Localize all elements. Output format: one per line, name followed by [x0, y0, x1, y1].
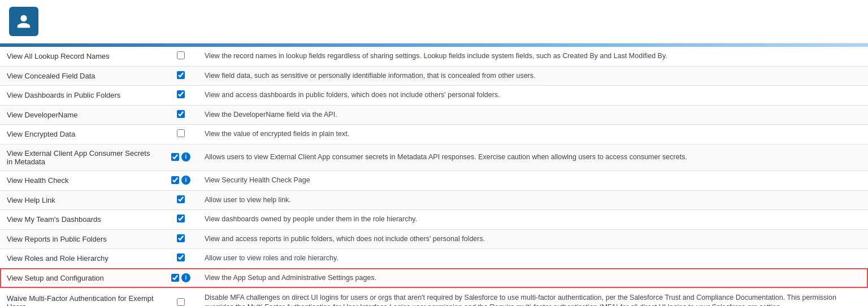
permission-checkbox[interactable] — [177, 298, 185, 306]
table-row: View DeveloperNameView the DeveloperName… — [0, 105, 868, 125]
permission-name: View My Team's Dashboards — [0, 210, 164, 230]
table-row: View External Client App Consumer Secret… — [0, 144, 868, 171]
permission-name: View Help Link — [0, 190, 164, 210]
info-button[interactable]: i — [181, 176, 190, 185]
info-button[interactable]: i — [181, 273, 190, 282]
table-row: View Dashboards in Public FoldersView an… — [0, 86, 868, 106]
permissions-table: View All Lookup Record NamesView the rec… — [0, 47, 868, 306]
permission-name: View Reports in Public Folders — [0, 229, 164, 249]
page-header — [0, 0, 868, 43]
table-row: View Roles and Role HierarchyAllow user … — [0, 249, 868, 269]
checkbox-cell[interactable] — [164, 86, 198, 106]
permission-checkbox[interactable] — [177, 195, 185, 203]
table-row: View All Lookup Record NamesView the rec… — [0, 47, 868, 66]
permission-checkbox[interactable] — [177, 129, 185, 137]
permission-name: View Encrypted Data — [0, 125, 164, 145]
permission-description: Allows users to view External Client App… — [198, 144, 868, 171]
checkbox-cell[interactable] — [164, 229, 198, 249]
permission-checkbox[interactable] — [177, 110, 185, 118]
checkbox-cell[interactable] — [164, 288, 198, 306]
permissions-table-container: View All Lookup Record NamesView the rec… — [0, 47, 868, 306]
permission-name: View Roles and Role Hierarchy — [0, 249, 164, 269]
info-button[interactable]: i — [181, 152, 190, 161]
checkbox-cell[interactable] — [164, 66, 198, 86]
permission-name: View Concealed Field Data — [0, 66, 164, 86]
permission-checkbox[interactable] — [171, 274, 179, 282]
permission-description: Allow user to view help link. — [198, 190, 868, 210]
table-row: View Setup and ConfigurationiView the Ap… — [0, 268, 868, 288]
permission-name: Waive Multi-Factor Authentication for Ex… — [0, 288, 164, 306]
permission-description: View field data, such as sensitive or pe… — [198, 66, 868, 86]
permission-description: View Security Health Check Page — [198, 171, 868, 190]
checkbox-cell[interactable] — [164, 47, 198, 66]
permission-name: View DeveloperName — [0, 105, 164, 125]
permission-description: View and access dashboards in public fol… — [198, 86, 868, 106]
permission-checkbox[interactable] — [177, 71, 185, 79]
permission-checkbox[interactable] — [177, 215, 185, 222]
table-row: View My Team's DashboardsView dashboards… — [0, 210, 868, 230]
checkbox-cell[interactable] — [164, 249, 198, 269]
user-icon — [16, 14, 32, 29]
permission-description: View the App Setup and Administrative Se… — [198, 268, 868, 288]
permission-checkbox[interactable] — [171, 176, 179, 184]
permission-checkbox[interactable] — [177, 234, 185, 242]
permission-description: View the record names in lookup fields r… — [198, 47, 868, 66]
permission-description: View and access reports in public folder… — [198, 229, 868, 249]
permission-description: Allow user to view roles and role hierar… — [198, 249, 868, 269]
permission-checkbox[interactable] — [171, 153, 179, 161]
checkbox-cell[interactable] — [164, 125, 198, 145]
permission-description: View dashboards owned by people under th… — [198, 210, 868, 230]
table-row: View Help LinkAllow user to view help li… — [0, 190, 868, 210]
checkbox-cell[interactable] — [164, 210, 198, 230]
permission-description: Disable MFA challenges on direct UI logi… — [198, 288, 868, 306]
permission-name: View External Client App Consumer Secret… — [0, 144, 164, 171]
table-row: View Health CheckiView Security Health C… — [0, 171, 868, 190]
permission-description: View the value of encrypted fields in pl… — [198, 125, 868, 145]
permission-name: View All Lookup Record Names — [0, 47, 164, 66]
checkbox-cell[interactable]: i — [164, 144, 198, 171]
table-row: View Encrypted DataView the value of enc… — [0, 125, 868, 145]
table-row: View Reports in Public FoldersView and a… — [0, 229, 868, 249]
checkbox-cell[interactable] — [164, 105, 198, 125]
table-row: View Concealed Field DataView field data… — [0, 66, 868, 86]
permission-checkbox[interactable] — [177, 51, 185, 59]
permission-name: View Setup and Configuration — [0, 268, 164, 288]
checkbox-cell[interactable]: i — [164, 171, 198, 190]
permission-description: View the DeveloperName field via the API… — [198, 105, 868, 125]
checkbox-cell[interactable] — [164, 190, 198, 210]
permission-checkbox[interactable] — [177, 253, 185, 261]
permission-checkbox[interactable] — [177, 90, 185, 98]
checkbox-cell[interactable]: i — [164, 268, 198, 288]
header-icon — [9, 7, 38, 36]
permission-name: View Dashboards in Public Folders — [0, 86, 164, 106]
table-row: Waive Multi-Factor Authentication for Ex… — [0, 288, 868, 306]
permission-name: View Health Check — [0, 171, 164, 190]
